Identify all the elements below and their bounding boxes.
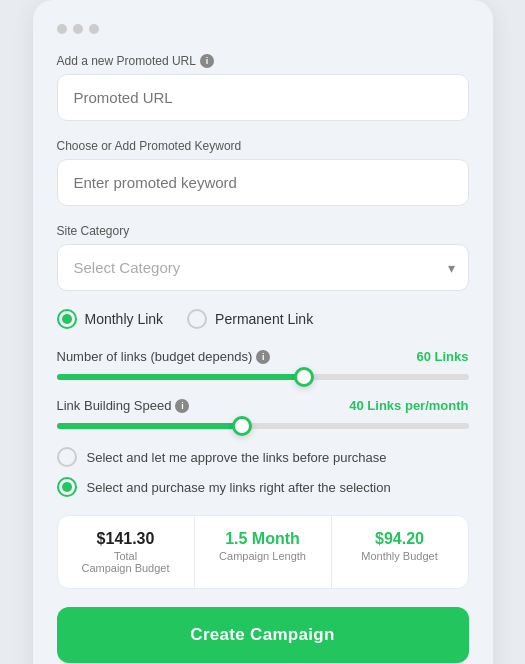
category-select[interactable]: Select Category Technology Health Financ… [57,244,469,291]
monthly-budget-label: Monthly Budget [344,550,456,562]
link-speed-label: Link Building Speed i [57,398,190,413]
promoted-keyword-input[interactable] [57,159,469,206]
auto-approval-option[interactable]: Select and purchase my links right after… [57,477,469,497]
main-card: Add a new Promoted URL i Choose or Add P… [33,0,493,664]
monthly-link-label: Monthly Link [85,311,164,327]
link-speed-header: Link Building Speed i 40 Links per/month [57,398,469,413]
promoted-url-info-icon[interactable]: i [200,54,214,68]
campaign-budget-label: Campaign Budget [70,562,182,574]
monthly-link-option[interactable]: Monthly Link [57,309,164,329]
number-of-links-value: 60 Links [416,349,468,364]
promoted-url-input[interactable] [57,74,469,121]
total-budget-stat: $141.30 Total Campaign Budget [58,516,195,588]
manual-approval-radio[interactable] [57,447,77,467]
promoted-keyword-label: Choose or Add Promoted Keyword [57,139,469,153]
number-of-links-info-icon[interactable]: i [256,350,270,364]
campaign-length-value: 1.5 Month [207,530,319,548]
link-speed-info-icon[interactable]: i [175,399,189,413]
link-type-group: Monthly Link Permanent Link [57,309,469,329]
manual-approval-label: Select and let me approve the links befo… [87,450,387,465]
campaign-length-label: Campaign Length [207,550,319,562]
number-of-links-label: Number of links (budget depends) i [57,349,271,364]
total-budget-value: $141.30 [70,530,182,548]
monthly-budget-value: $94.20 [344,530,456,548]
stats-row: $141.30 Total Campaign Budget 1.5 Month … [57,515,469,589]
link-speed-section: Link Building Speed i 40 Links per/month [57,398,469,429]
window-dots [57,24,469,34]
site-category-label: Site Category [57,224,469,238]
manual-approval-option[interactable]: Select and let me approve the links befo… [57,447,469,467]
promoted-url-section: Add a new Promoted URL i [57,54,469,135]
total-budget-label: Total [70,550,182,562]
promoted-url-label: Add a new Promoted URL i [57,54,469,68]
link-speed-value: 40 Links per/month [349,398,468,413]
category-select-wrapper: Select Category Technology Health Financ… [57,244,469,291]
dot-2 [73,24,83,34]
campaign-length-stat: 1.5 Month Campaign Length [195,516,332,588]
number-of-links-header: Number of links (budget depends) i 60 Li… [57,349,469,364]
permanent-link-label: Permanent Link [215,311,313,327]
dot-1 [57,24,67,34]
approval-options-group: Select and let me approve the links befo… [57,447,469,497]
link-speed-fill [57,423,242,429]
number-of-links-thumb[interactable] [294,367,314,387]
auto-approval-radio[interactable] [57,477,77,497]
site-category-section: Site Category Select Category Technology… [57,224,469,291]
promoted-keyword-section: Choose or Add Promoted Keyword [57,139,469,220]
dot-3 [89,24,99,34]
link-speed-track[interactable] [57,423,469,429]
monthly-link-radio[interactable] [57,309,77,329]
link-speed-thumb[interactable] [232,416,252,436]
monthly-budget-stat: $94.20 Monthly Budget [332,516,468,588]
number-of-links-section: Number of links (budget depends) i 60 Li… [57,349,469,380]
create-campaign-button[interactable]: Create Campaign [57,607,469,663]
number-of-links-track[interactable] [57,374,469,380]
permanent-link-option[interactable]: Permanent Link [187,309,313,329]
number-of-links-fill [57,374,304,380]
auto-approval-label: Select and purchase my links right after… [87,480,391,495]
permanent-link-radio[interactable] [187,309,207,329]
